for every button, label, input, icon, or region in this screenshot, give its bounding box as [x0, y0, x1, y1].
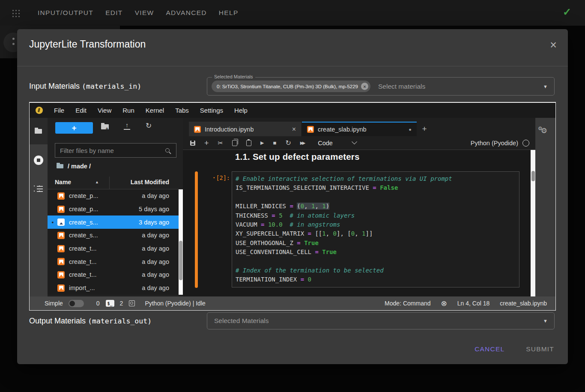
dropdown-arrow-icon[interactable]: [543, 84, 548, 89]
stop-icon[interactable]: ■: [273, 140, 277, 146]
modal-title: JupyterLite Transformation: [29, 39, 146, 50]
material-chip[interactable]: 0: SrTiO3, Strontium Titanate, CUB (Pm-3…: [212, 81, 370, 92]
open-file-dot-icon: ●: [50, 220, 56, 224]
topbar-item-help[interactable]: HELP: [219, 9, 239, 17]
gears-icon[interactable]: [538, 126, 547, 135]
toggle-knob: [69, 301, 75, 306]
file-row[interactable]: create_p...5 days ago: [48, 203, 179, 216]
notebook-file-icon: [57, 284, 65, 292]
file-list-scrollbar-thumb[interactable]: [179, 241, 182, 280]
file-row[interactable]: create_p...a day ago: [48, 189, 179, 203]
jupyter-menu-tabs[interactable]: Tabs: [170, 107, 194, 114]
notebook-file-icon: [57, 258, 65, 265]
notebook-file-icon: [57, 206, 65, 213]
jupyter-menu-edit[interactable]: Edit: [70, 107, 92, 114]
remove-chip-icon[interactable]: [361, 83, 368, 90]
input-materials-select[interactable]: Selected Materials 0: SrTiO3, Strontium …: [207, 77, 555, 96]
confirm-check-icon[interactable]: [563, 6, 571, 18]
tab-create-slab-ipynb[interactable]: create_slab.ipynb: [302, 122, 417, 136]
paste-icon[interactable]: [246, 140, 251, 146]
tab-introduction-ipynb[interactable]: Introduction.ipynb: [189, 122, 301, 136]
new-launcher-button[interactable]: +: [55, 122, 93, 134]
jupyter-menu-settings[interactable]: Settings: [194, 107, 229, 114]
file-row[interactable]: import_...a day ago: [48, 281, 179, 295]
code-line: MILLER_INDICES = (0, 1, 1): [236, 202, 516, 211]
breadcrumb-folder-icon[interactable]: [57, 164, 63, 168]
topbar-item-input-output[interactable]: INPUT/OUTPUT: [38, 9, 93, 17]
save-icon[interactable]: [190, 141, 195, 146]
file-row[interactable]: create_t...a day ago: [48, 268, 179, 281]
file-modified: 3 days ago: [139, 219, 179, 226]
running-sessions-icon[interactable]: [34, 156, 43, 165]
upload-icon[interactable]: [124, 122, 130, 130]
topbar-item-advanced[interactable]: ADVANCED: [166, 9, 206, 17]
add-cell-icon[interactable]: +: [204, 139, 209, 147]
file-browser-panel: + + Filter files by name / made / Name L…: [48, 118, 183, 296]
code-line: XY_SUPERCELL_MATRIX = [[1, 0], [0, 1]]: [236, 229, 516, 238]
cell-type-dropdown[interactable]: Code: [318, 140, 356, 147]
jupyter-menu-view[interactable]: View: [92, 107, 117, 114]
file-row[interactable]: create_t...a day ago: [48, 242, 179, 255]
chevron-down-icon: [352, 139, 357, 144]
output-materials-select[interactable]: Selected Materials: [207, 312, 555, 329]
submit-button[interactable]: SUBMIT: [526, 345, 554, 353]
code-line: [236, 257, 516, 266]
kernel-status-text[interactable]: Python (Pyodide) | Idle: [145, 300, 205, 307]
jupyter-menu-items: FileEditViewRunKernelTabsSettingsHelp: [48, 107, 253, 114]
kernel-chip-icon[interactable]: [129, 300, 135, 306]
file-modified: a day ago: [142, 258, 179, 265]
cell-collapser[interactable]: [195, 171, 198, 288]
topbar-item-edit[interactable]: EDIT: [105, 9, 123, 17]
notebook-scrollbar-thumb[interactable]: [531, 171, 535, 181]
sort-ascending-icon[interactable]: [95, 180, 99, 184]
file-modified: a day ago: [142, 271, 179, 278]
file-list-scrollbar[interactable]: [179, 189, 183, 295]
file-row[interactable]: create_t...a day ago: [48, 255, 179, 268]
run-icon[interactable]: ▶: [260, 141, 264, 145]
new-folder-icon[interactable]: +: [101, 123, 109, 131]
file-browser-folder-icon[interactable]: [35, 129, 42, 134]
breadcrumb[interactable]: / made /: [57, 163, 91, 170]
close-icon[interactable]: [550, 39, 557, 51]
column-header-modified[interactable]: Last Modified: [131, 179, 169, 186]
copy-icon[interactable]: [232, 140, 237, 146]
notebook-toolbar: +✂▶■↻▶▶ Code Python (Pyodide): [183, 136, 535, 150]
file-modified: a day ago: [142, 245, 179, 252]
topbar-item-view[interactable]: VIEW: [135, 9, 154, 17]
simple-mode-label: Simple: [45, 300, 63, 307]
run-all-icon[interactable]: ▶▶: [300, 141, 304, 145]
input-materials-label-text: Input Materials: [29, 82, 82, 91]
app-logo-dots-icon[interactable]: [11, 9, 20, 17]
terminals-count[interactable]: 0: [96, 300, 100, 307]
material-chip-label: 0: SrTiO3, Strontium Titanate, CUB (Pm-3…: [217, 84, 358, 89]
add-tab-button[interactable]: +: [418, 122, 431, 136]
table-of-contents-icon[interactable]: [34, 186, 43, 192]
cancel-button[interactable]: CANCEL: [475, 345, 504, 353]
close-tab-icon[interactable]: [292, 126, 296, 133]
jupyter-menu-help[interactable]: Help: [229, 107, 253, 114]
output-materials-placeholder: Selected Materials: [214, 317, 269, 325]
jupyter-menu-kernel[interactable]: Kernel: [140, 107, 170, 114]
file-row[interactable]: ●create_s...3 days ago: [48, 215, 179, 229]
kernels-count[interactable]: 2: [120, 300, 123, 307]
file-row[interactable]: create_s...a day ago: [48, 229, 179, 242]
column-header-name[interactable]: Name: [55, 179, 71, 186]
jupyter-menu-run[interactable]: Run: [117, 107, 140, 114]
restart-icon[interactable]: ↻: [285, 140, 291, 147]
file-name: create_t...: [69, 245, 96, 252]
terminal-icon[interactable]: $_: [106, 300, 114, 307]
filter-files-input[interactable]: Filter files by name: [55, 143, 176, 158]
refresh-icon[interactable]: [146, 121, 152, 130]
cut-icon[interactable]: ✂: [218, 140, 224, 146]
notebook-scrollbar[interactable]: [531, 150, 535, 296]
file-name: import_...: [69, 284, 95, 291]
code-cell-editor[interactable]: # Enable interactive selection of termin…: [232, 171, 519, 287]
simple-toggle[interactable]: [69, 300, 84, 307]
jupyter-menu-file[interactable]: File: [48, 107, 70, 114]
dropdown-arrow-icon[interactable]: [543, 318, 548, 323]
shield-x-icon[interactable]: [441, 299, 447, 308]
code-line: USE_CONVENTIONAL_CELL = True: [236, 248, 516, 257]
jupyter-statusbar: Simple 0 $_ 2 Python (Pyodide) | Idle Mo…: [30, 296, 555, 310]
kernel-indicator[interactable]: Python (Pyodide): [471, 140, 530, 147]
file-modified: a day ago: [142, 192, 179, 199]
